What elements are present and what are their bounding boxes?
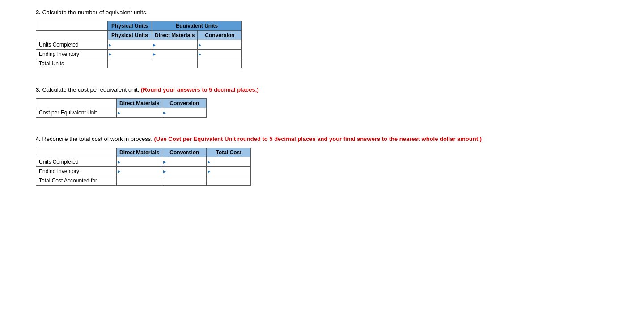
s4-ei-dm[interactable] — [117, 167, 162, 176]
ending-inv-physical[interactable] — [108, 50, 152, 59]
input-s4-uc-total[interactable] — [208, 158, 249, 165]
table-row: Ending Inventory — [36, 50, 242, 59]
section-4: 4. Reconcile the total cost of work in p… — [36, 136, 608, 186]
input-ei-conv[interactable] — [199, 51, 240, 58]
table-row: Units Completed — [36, 40, 242, 50]
row-label-total-units: Total Units — [36, 59, 108, 68]
input-tu-dm[interactable] — [154, 60, 194, 67]
section2-table: Physical Units Equivalent Units Physical… — [36, 21, 242, 68]
input-uc-physical[interactable] — [110, 41, 150, 48]
col3-conv: Conversion — [162, 99, 207, 108]
empty-header — [36, 21, 108, 31]
units-completed-physical[interactable] — [108, 40, 152, 50]
row-label-units-completed: Units Completed — [36, 40, 108, 50]
col-conversion: Conversion — [198, 31, 242, 40]
total-units-conv[interactable] — [198, 59, 242, 68]
empty-header-3 — [36, 99, 117, 108]
question-2-label: 2. Calculate the number of equivalent un… — [36, 9, 608, 16]
col-direct-materials: Direct Materials — [152, 31, 198, 40]
row-label-cost-per-eq: Cost per Equivalent Unit — [36, 108, 117, 118]
table-row: Cost per Equivalent Unit — [36, 108, 207, 118]
input-s4-tca-conv[interactable] — [164, 177, 204, 184]
row4-label-tca: Total Cost Accounted for — [36, 176, 117, 186]
input-tu-conv[interactable] — [199, 60, 240, 67]
q3-red-note: (Round your answers to 5 decimal places.… — [141, 86, 259, 93]
s4-tca-dm[interactable] — [117, 176, 162, 186]
s4-ei-total[interactable] — [207, 167, 251, 176]
input-s4-ei-conv[interactable] — [164, 168, 204, 175]
table-row: Units Completed — [36, 157, 251, 167]
input-s4-uc-dm[interactable] — [119, 158, 159, 165]
cost-eq-conv[interactable] — [162, 108, 207, 118]
section-3: 3. Calculate the cost per equivalent uni… — [36, 86, 608, 118]
s4-uc-conv[interactable] — [162, 157, 207, 167]
input-tu-physical[interactable] — [110, 60, 150, 67]
section3-table: Direct Materials Conversion Cost per Equ… — [36, 98, 207, 118]
equivalent-units-header: Equivalent Units — [152, 21, 242, 31]
ending-inv-dm[interactable] — [152, 50, 198, 59]
input-s4-tca-dm[interactable] — [119, 177, 159, 184]
s4-tca-total[interactable] — [207, 176, 251, 186]
col3-dm: Direct Materials — [117, 99, 162, 108]
table-row: Total Cost Accounted for — [36, 176, 251, 186]
col4-total: Total Cost — [207, 148, 251, 157]
q3-text: Calculate the cost per equivalent unit. — [42, 86, 140, 93]
row4-label-ei: Ending Inventory — [36, 167, 117, 176]
cost-eq-dm[interactable] — [117, 108, 162, 118]
total-units-physical[interactable] — [108, 59, 152, 68]
question-4-label: 4. Reconcile the total cost of work in p… — [36, 136, 608, 142]
section4-table: Direct Materials Conversion Total Cost U… — [36, 148, 251, 186]
input-ceq-dm[interactable] — [119, 109, 159, 116]
s4-ei-conv[interactable] — [162, 167, 207, 176]
section-2: 2. Calculate the number of equivalent un… — [36, 9, 608, 68]
input-s4-uc-conv[interactable] — [164, 158, 204, 165]
col4-conv: Conversion — [162, 148, 207, 157]
s4-tca-conv[interactable] — [162, 176, 207, 186]
q4-number: 4. — [36, 136, 41, 142]
s4-uc-dm[interactable] — [117, 157, 162, 167]
input-s4-ei-dm[interactable] — [119, 168, 159, 175]
units-completed-dm[interactable] — [152, 40, 198, 50]
input-s4-ei-total[interactable] — [208, 168, 249, 175]
s4-uc-total[interactable] — [207, 157, 251, 167]
q2-text: Calculate the number of equivalent units… — [42, 9, 148, 16]
empty-subheader — [36, 31, 108, 40]
table-row: Total Units — [36, 59, 242, 68]
input-s4-tca-total[interactable] — [208, 177, 249, 184]
input-ceq-conv[interactable] — [164, 109, 204, 116]
q4-text: Reconcile the total cost of work in proc… — [42, 136, 154, 142]
row4-label-uc: Units Completed — [36, 157, 117, 167]
input-uc-conv[interactable] — [199, 41, 240, 48]
q3-number: 3. — [36, 86, 41, 93]
total-units-dm[interactable] — [152, 59, 198, 68]
empty-header-4 — [36, 148, 117, 157]
q4-red-note: (Use Cost per Equivalent Unit rounded to… — [154, 136, 481, 142]
col-physical-units: Physical Units — [108, 31, 152, 40]
table-row: Ending Inventory — [36, 167, 251, 176]
input-ei-dm[interactable] — [154, 51, 194, 58]
question-3-label: 3. Calculate the cost per equivalent uni… — [36, 86, 608, 93]
row-label-ending-inventory: Ending Inventory — [36, 50, 108, 59]
input-uc-dm[interactable] — [154, 41, 194, 48]
col4-dm: Direct Materials — [117, 148, 162, 157]
q2-number: 2. — [36, 9, 41, 16]
ending-inv-conv[interactable] — [198, 50, 242, 59]
physical-units-header: Physical Units — [108, 21, 152, 31]
units-completed-conv[interactable] — [198, 40, 242, 50]
input-ei-physical[interactable] — [110, 51, 150, 58]
